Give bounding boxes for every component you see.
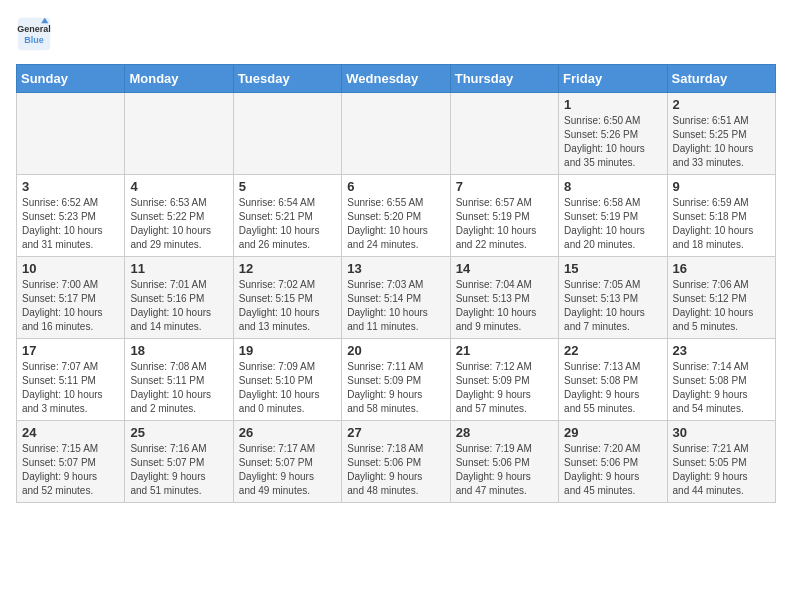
header-friday: Friday <box>559 65 667 93</box>
calendar-cell: 16Sunrise: 7:06 AM Sunset: 5:12 PM Dayli… <box>667 257 775 339</box>
day-info: Sunrise: 6:50 AM Sunset: 5:26 PM Dayligh… <box>564 114 661 170</box>
day-number: 22 <box>564 343 661 358</box>
day-number: 24 <box>22 425 119 440</box>
header-wednesday: Wednesday <box>342 65 450 93</box>
calendar-week-4: 17Sunrise: 7:07 AM Sunset: 5:11 PM Dayli… <box>17 339 776 421</box>
day-info: Sunrise: 7:03 AM Sunset: 5:14 PM Dayligh… <box>347 278 444 334</box>
day-info: Sunrise: 6:53 AM Sunset: 5:22 PM Dayligh… <box>130 196 227 252</box>
day-info: Sunrise: 7:05 AM Sunset: 5:13 PM Dayligh… <box>564 278 661 334</box>
day-number: 13 <box>347 261 444 276</box>
calendar-cell: 29Sunrise: 7:20 AM Sunset: 5:06 PM Dayli… <box>559 421 667 503</box>
day-number: 19 <box>239 343 336 358</box>
header-sunday: Sunday <box>17 65 125 93</box>
calendar-cell: 8Sunrise: 6:58 AM Sunset: 5:19 PM Daylig… <box>559 175 667 257</box>
day-number: 21 <box>456 343 553 358</box>
calendar-cell: 6Sunrise: 6:55 AM Sunset: 5:20 PM Daylig… <box>342 175 450 257</box>
day-number: 30 <box>673 425 770 440</box>
day-info: Sunrise: 7:00 AM Sunset: 5:17 PM Dayligh… <box>22 278 119 334</box>
calendar-cell: 28Sunrise: 7:19 AM Sunset: 5:06 PM Dayli… <box>450 421 558 503</box>
day-info: Sunrise: 7:07 AM Sunset: 5:11 PM Dayligh… <box>22 360 119 416</box>
svg-text:General: General <box>17 24 51 34</box>
calendar-cell: 4Sunrise: 6:53 AM Sunset: 5:22 PM Daylig… <box>125 175 233 257</box>
day-info: Sunrise: 7:01 AM Sunset: 5:16 PM Dayligh… <box>130 278 227 334</box>
day-info: Sunrise: 7:02 AM Sunset: 5:15 PM Dayligh… <box>239 278 336 334</box>
day-number: 2 <box>673 97 770 112</box>
day-number: 7 <box>456 179 553 194</box>
day-number: 28 <box>456 425 553 440</box>
calendar-cell: 14Sunrise: 7:04 AM Sunset: 5:13 PM Dayli… <box>450 257 558 339</box>
calendar-cell: 21Sunrise: 7:12 AM Sunset: 5:09 PM Dayli… <box>450 339 558 421</box>
calendar-cell: 17Sunrise: 7:07 AM Sunset: 5:11 PM Dayli… <box>17 339 125 421</box>
day-info: Sunrise: 7:11 AM Sunset: 5:09 PM Dayligh… <box>347 360 444 416</box>
day-info: Sunrise: 7:18 AM Sunset: 5:06 PM Dayligh… <box>347 442 444 498</box>
calendar-cell: 18Sunrise: 7:08 AM Sunset: 5:11 PM Dayli… <box>125 339 233 421</box>
calendar-table: SundayMondayTuesdayWednesdayThursdayFrid… <box>16 64 776 503</box>
day-info: Sunrise: 7:21 AM Sunset: 5:05 PM Dayligh… <box>673 442 770 498</box>
day-info: Sunrise: 7:12 AM Sunset: 5:09 PM Dayligh… <box>456 360 553 416</box>
day-number: 9 <box>673 179 770 194</box>
day-info: Sunrise: 6:57 AM Sunset: 5:19 PM Dayligh… <box>456 196 553 252</box>
calendar-cell: 23Sunrise: 7:14 AM Sunset: 5:08 PM Dayli… <box>667 339 775 421</box>
header-thursday: Thursday <box>450 65 558 93</box>
day-info: Sunrise: 6:54 AM Sunset: 5:21 PM Dayligh… <box>239 196 336 252</box>
day-number: 25 <box>130 425 227 440</box>
calendar-cell: 3Sunrise: 6:52 AM Sunset: 5:23 PM Daylig… <box>17 175 125 257</box>
day-info: Sunrise: 7:09 AM Sunset: 5:10 PM Dayligh… <box>239 360 336 416</box>
day-info: Sunrise: 7:20 AM Sunset: 5:06 PM Dayligh… <box>564 442 661 498</box>
day-number: 11 <box>130 261 227 276</box>
day-number: 14 <box>456 261 553 276</box>
calendar-cell: 27Sunrise: 7:18 AM Sunset: 5:06 PM Dayli… <box>342 421 450 503</box>
calendar-cell: 1Sunrise: 6:50 AM Sunset: 5:26 PM Daylig… <box>559 93 667 175</box>
day-number: 26 <box>239 425 336 440</box>
day-number: 6 <box>347 179 444 194</box>
logo-icon: General Blue <box>16 16 52 52</box>
calendar-cell: 20Sunrise: 7:11 AM Sunset: 5:09 PM Dayli… <box>342 339 450 421</box>
calendar-cell: 5Sunrise: 6:54 AM Sunset: 5:21 PM Daylig… <box>233 175 341 257</box>
day-number: 18 <box>130 343 227 358</box>
calendar-week-2: 3Sunrise: 6:52 AM Sunset: 5:23 PM Daylig… <box>17 175 776 257</box>
page-header: General Blue <box>16 16 776 52</box>
day-info: Sunrise: 7:04 AM Sunset: 5:13 PM Dayligh… <box>456 278 553 334</box>
day-info: Sunrise: 7:13 AM Sunset: 5:08 PM Dayligh… <box>564 360 661 416</box>
day-number: 3 <box>22 179 119 194</box>
day-info: Sunrise: 6:52 AM Sunset: 5:23 PM Dayligh… <box>22 196 119 252</box>
day-info: Sunrise: 6:59 AM Sunset: 5:18 PM Dayligh… <box>673 196 770 252</box>
calendar-week-3: 10Sunrise: 7:00 AM Sunset: 5:17 PM Dayli… <box>17 257 776 339</box>
day-number: 12 <box>239 261 336 276</box>
calendar-cell: 26Sunrise: 7:17 AM Sunset: 5:07 PM Dayli… <box>233 421 341 503</box>
calendar-cell: 9Sunrise: 6:59 AM Sunset: 5:18 PM Daylig… <box>667 175 775 257</box>
calendar-cell: 11Sunrise: 7:01 AM Sunset: 5:16 PM Dayli… <box>125 257 233 339</box>
day-number: 16 <box>673 261 770 276</box>
day-info: Sunrise: 7:08 AM Sunset: 5:11 PM Dayligh… <box>130 360 227 416</box>
svg-text:Blue: Blue <box>24 35 44 45</box>
day-info: Sunrise: 6:51 AM Sunset: 5:25 PM Dayligh… <box>673 114 770 170</box>
calendar-week-1: 1Sunrise: 6:50 AM Sunset: 5:26 PM Daylig… <box>17 93 776 175</box>
day-number: 20 <box>347 343 444 358</box>
calendar-cell: 10Sunrise: 7:00 AM Sunset: 5:17 PM Dayli… <box>17 257 125 339</box>
day-number: 17 <box>22 343 119 358</box>
calendar-cell <box>342 93 450 175</box>
day-number: 29 <box>564 425 661 440</box>
calendar-cell: 2Sunrise: 6:51 AM Sunset: 5:25 PM Daylig… <box>667 93 775 175</box>
day-info: Sunrise: 7:14 AM Sunset: 5:08 PM Dayligh… <box>673 360 770 416</box>
day-info: Sunrise: 6:55 AM Sunset: 5:20 PM Dayligh… <box>347 196 444 252</box>
day-info: Sunrise: 7:16 AM Sunset: 5:07 PM Dayligh… <box>130 442 227 498</box>
day-number: 8 <box>564 179 661 194</box>
calendar-week-5: 24Sunrise: 7:15 AM Sunset: 5:07 PM Dayli… <box>17 421 776 503</box>
calendar-cell <box>450 93 558 175</box>
calendar-cell: 12Sunrise: 7:02 AM Sunset: 5:15 PM Dayli… <box>233 257 341 339</box>
day-info: Sunrise: 7:15 AM Sunset: 5:07 PM Dayligh… <box>22 442 119 498</box>
day-info: Sunrise: 7:06 AM Sunset: 5:12 PM Dayligh… <box>673 278 770 334</box>
day-number: 1 <box>564 97 661 112</box>
day-number: 4 <box>130 179 227 194</box>
calendar-cell: 24Sunrise: 7:15 AM Sunset: 5:07 PM Dayli… <box>17 421 125 503</box>
calendar-cell: 25Sunrise: 7:16 AM Sunset: 5:07 PM Dayli… <box>125 421 233 503</box>
calendar-cell <box>125 93 233 175</box>
day-number: 10 <box>22 261 119 276</box>
day-info: Sunrise: 6:58 AM Sunset: 5:19 PM Dayligh… <box>564 196 661 252</box>
day-info: Sunrise: 7:17 AM Sunset: 5:07 PM Dayligh… <box>239 442 336 498</box>
calendar-cell: 30Sunrise: 7:21 AM Sunset: 5:05 PM Dayli… <box>667 421 775 503</box>
calendar-cell <box>233 93 341 175</box>
calendar-cell <box>17 93 125 175</box>
day-number: 15 <box>564 261 661 276</box>
